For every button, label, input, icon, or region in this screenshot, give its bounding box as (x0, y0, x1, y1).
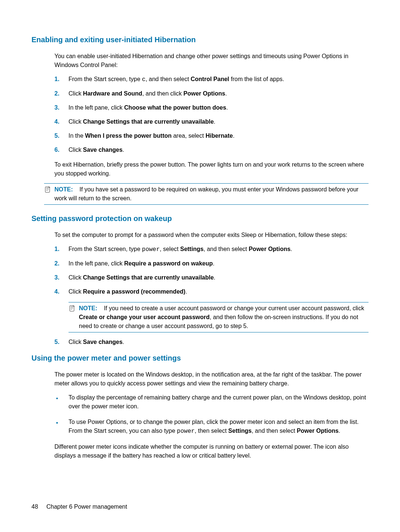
text: From the Start screen, type (69, 246, 142, 252)
bold-text: Save changes (83, 339, 123, 345)
text: In the (69, 133, 85, 139)
text: . (339, 428, 340, 434)
note-content: NOTE: If you need to create a user accou… (79, 304, 369, 331)
list-item: 5. In the When I press the power button … (54, 131, 369, 140)
bold-text: Choose what the power button does (124, 104, 226, 111)
list-item: 4. Click Change Settings that are curren… (54, 117, 369, 126)
text: In the left pane, click (69, 260, 124, 267)
bold-text: Require a password on wakeup (124, 260, 213, 267)
text: . (123, 147, 124, 153)
step-number: 3. (54, 273, 69, 282)
heading-password: Setting password protection on wakeup (31, 213, 369, 224)
heading-hibernation: Enabling and exiting user-initiated Hibe… (31, 34, 369, 45)
text: In the left pane, click (69, 104, 124, 111)
bold-text: Control Panel (191, 76, 229, 82)
note-box: NOTE: If you have set a password to be r… (44, 183, 369, 205)
note-content: NOTE: If you have set a password to be r… (54, 185, 369, 203)
chapter-label: Chapter 6 Power management (46, 503, 127, 510)
note-icon (44, 185, 54, 196)
text: . (214, 274, 215, 281)
text: , and then select (204, 246, 249, 252)
bold-text: Settings (228, 428, 251, 434)
step-number: 2. (54, 89, 69, 98)
bold-text: Save changes (83, 147, 123, 153)
hibernation-steps: 1. From the Start screen, type c, and th… (54, 75, 369, 154)
step-number: 2. (54, 259, 69, 268)
bold-text: Hibernate (206, 133, 233, 139)
intro-text: The power meter is located on the Window… (54, 370, 369, 388)
text: , and then select (251, 428, 297, 434)
list-item: 2. Click Hardware and Sound, and then cl… (54, 89, 369, 98)
text: To display the percentage of remaining b… (69, 393, 369, 411)
text: , and then select (146, 76, 191, 82)
text: , select (160, 246, 180, 252)
code-text: power (177, 428, 195, 435)
page-footer: 48 Chapter 6 Power management (31, 502, 127, 511)
step-number: 1. (54, 75, 69, 84)
bold-text: Power Options (183, 90, 225, 97)
bold-text: Change Settings that are currently unava… (83, 118, 214, 125)
text: Click (69, 288, 83, 295)
list-item: 1. From the Start screen, type power, se… (54, 245, 369, 254)
text: Click (69, 339, 83, 345)
intro-text: To set the computer to prompt for a pass… (54, 231, 369, 240)
note-label: NOTE: (79, 305, 97, 311)
bullet-icon: ● (54, 418, 69, 425)
bold-text: Require a password (recommended) (83, 288, 186, 295)
text: . (290, 246, 292, 252)
text: Click (69, 147, 83, 153)
step-number: 4. (54, 287, 69, 296)
step-number: 5. (54, 338, 69, 347)
text: Click (69, 274, 83, 281)
list-item: ● To use Power Options, or to change the… (54, 418, 369, 436)
text: . (226, 104, 228, 111)
bold-text: Change Settings that are currently unava… (83, 274, 214, 281)
code-text: power (142, 246, 160, 253)
list-item: 2. In the left pane, click Require a pas… (54, 259, 369, 268)
code-text: c (142, 76, 146, 83)
note-box: NOTE: If you need to create a user accou… (69, 302, 369, 332)
note-text: If you have set a password to be require… (54, 186, 359, 201)
password-steps: 1. From the Start screen, type power, se… (54, 245, 369, 296)
bold-text: Create or change your user account passw… (79, 314, 210, 320)
text: From the Start screen, type (69, 76, 142, 82)
note-text: If you need to create a user account pas… (104, 305, 364, 311)
bold-text: When I press the power button (85, 133, 171, 139)
intro-text: You can enable user-initiated Hibernatio… (54, 52, 369, 70)
text: . (213, 260, 214, 267)
body-text: To exit Hibernation, briefly press the p… (54, 160, 369, 178)
body-text: Different power meter icons indicate whe… (54, 442, 369, 460)
bold-text: Settings (180, 246, 203, 252)
list-item: ● To display the percentage of remaining… (54, 393, 369, 411)
text: Click (69, 90, 83, 97)
bold-text: Hardware and Sound (83, 90, 142, 97)
text: . (233, 133, 234, 139)
list-item: 5. Click Save changes. (54, 338, 369, 347)
heading-power-meter: Using the power meter and power settings (31, 352, 369, 364)
note-label: NOTE: (54, 186, 73, 193)
list-item: 4. Click Require a password (recommended… (54, 287, 369, 296)
text: . (186, 288, 187, 295)
text: , and then click (142, 90, 183, 97)
text: from the list of apps. (229, 76, 284, 82)
list-item: 6. Click Save changes. (54, 145, 369, 154)
text: , then select (195, 428, 229, 434)
text: area, select (171, 133, 206, 139)
list-item: 3. Click Change Settings that are curren… (54, 273, 369, 282)
password-steps-cont: 5. Click Save changes. (54, 338, 369, 347)
text: . (123, 339, 124, 345)
bullet-icon: ● (54, 393, 69, 401)
bold-text: Power Options (249, 246, 290, 252)
list-item: 3. In the left pane, click Choose what t… (54, 103, 369, 112)
step-number: 5. (54, 131, 69, 140)
step-number: 6. (54, 145, 69, 154)
power-meter-bullets: ● To display the percentage of remaining… (54, 393, 369, 436)
list-item: 1. From the Start screen, type c, and th… (54, 75, 369, 84)
text: . (225, 90, 227, 97)
note-icon (69, 304, 79, 315)
step-number: 4. (54, 117, 69, 126)
text: . (214, 118, 215, 125)
text: Click (69, 118, 83, 125)
bold-text: Power Options (297, 428, 339, 434)
step-number: 3. (54, 103, 69, 112)
